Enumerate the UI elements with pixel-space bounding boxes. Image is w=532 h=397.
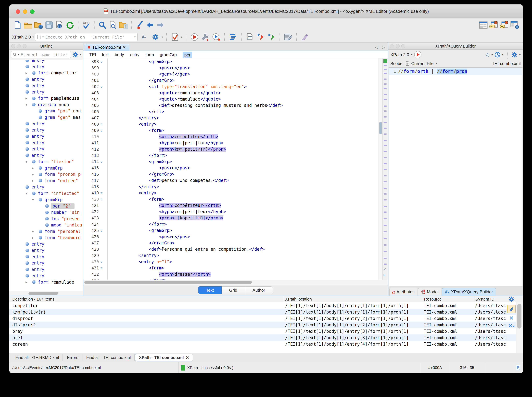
occurrence-marker[interactable] bbox=[384, 244, 387, 246]
tree-expand-arrow-icon[interactable]: ▼ bbox=[25, 103, 32, 106]
outline-item[interactable]: entry bbox=[9, 146, 83, 152]
outline-item[interactable]: ▶form"pronom_p bbox=[9, 171, 83, 178]
breadcrumb-item[interactable]: gramGrp bbox=[160, 52, 177, 57]
outline-item[interactable]: ▶form"entrée" bbox=[9, 178, 83, 184]
tree-expand-arrow-icon[interactable]: ▶ bbox=[25, 97, 32, 100]
outline-item[interactable]: ▶form"personal bbox=[9, 228, 83, 235]
overview-ruler[interactable]: ✕ » bbox=[382, 58, 388, 280]
code-line[interactable]: 416</gramGrp> bbox=[83, 171, 388, 177]
element-filter-input[interactable]: ▾ Element name filter bbox=[11, 51, 71, 58]
results-view-tab[interactable]: Errors bbox=[63, 354, 82, 361]
fold-arrow-icon[interactable]: ▽ bbox=[99, 266, 107, 270]
close-tab-icon[interactable]: ✕ bbox=[123, 45, 126, 50]
scrollbar-thumb[interactable] bbox=[28, 292, 58, 295]
chevron-down-icon[interactable]: ▾ bbox=[80, 53, 81, 56]
tree-expand-arrow-icon[interactable]: ▶ bbox=[32, 173, 39, 176]
view-mode-author[interactable]: Author bbox=[245, 286, 273, 294]
tree-expand-arrow-icon[interactable]: ▶ bbox=[25, 280, 32, 284]
breadcrumb-item[interactable]: form bbox=[145, 52, 154, 57]
chevron-down-icon[interactable]: ▾ bbox=[436, 62, 437, 65]
fold-arrow-icon[interactable]: ▽ bbox=[99, 122, 107, 126]
occurrence-marker[interactable] bbox=[384, 99, 387, 100]
outline-item[interactable]: entry bbox=[9, 247, 83, 254]
code-line[interactable]: 407</entry> bbox=[83, 115, 388, 121]
outline-item[interactable]: entry bbox=[9, 60, 83, 63]
close-window-button[interactable] bbox=[16, 9, 20, 14]
results-column-resource[interactable]: Resource bbox=[423, 296, 474, 302]
occurrence-marker[interactable] bbox=[384, 111, 387, 112]
scrollbar-thumb[interactable] bbox=[517, 304, 521, 329]
occurrence-marker[interactable] bbox=[384, 218, 387, 219]
occurrence-marker[interactable] bbox=[384, 175, 387, 176]
code-line[interactable]: 404<quote>rémoulade</quote> bbox=[83, 96, 388, 102]
builder-panel-header[interactable]: XPath/XQuery Builder bbox=[388, 43, 523, 50]
chevron-down-icon[interactable]: ▾ bbox=[134, 35, 136, 39]
code-line[interactable]: 412<pron>k@m"petit@(r)</pron> bbox=[83, 146, 388, 152]
code-line[interactable]: 401</gramGrp> bbox=[83, 77, 388, 83]
format-indent-button[interactable] bbox=[228, 32, 238, 42]
occurrence-marker[interactable] bbox=[384, 188, 387, 189]
outline-item[interactable]: ▶gramGrp bbox=[9, 165, 83, 171]
scrollbar-thumb[interactable] bbox=[379, 122, 382, 134]
editor-horizontal-scrollbar[interactable] bbox=[83, 280, 388, 285]
code-line[interactable]: 410<orth>competitor</orth> bbox=[83, 133, 388, 140]
occurrence-marker[interactable] bbox=[384, 88, 387, 89]
code-line[interactable]: 414▽<gramGrp> bbox=[83, 159, 388, 165]
outline-item[interactable]: ▼form"flexion" bbox=[9, 159, 83, 165]
code-line[interactable]: 406</cit> bbox=[83, 108, 388, 115]
search-button[interactable] bbox=[98, 20, 107, 30]
results-column-xpath[interactable]: XPath location bbox=[284, 296, 423, 302]
outline-item[interactable]: gram"gen"mas bbox=[9, 114, 83, 121]
minimize-window-button[interactable] bbox=[23, 9, 27, 14]
highlight-results-button[interactable] bbox=[507, 305, 516, 313]
occurrence-marker[interactable] bbox=[384, 105, 387, 107]
remove-all-results-button[interactable]: ✕✕ bbox=[508, 323, 515, 328]
save-button[interactable] bbox=[44, 20, 54, 30]
spell-check-button[interactable]: ABC bbox=[81, 20, 91, 30]
tree-expand-arrow-icon[interactable]: ▼ bbox=[32, 198, 39, 201]
builder-settings-gear-button[interactable] bbox=[511, 51, 518, 58]
zoom-window-button[interactable] bbox=[30, 9, 35, 14]
forward-button[interactable] bbox=[156, 20, 165, 30]
code-editor[interactable]: 398▽<gramGrp>399<pos>n</pos>400<gen>f</g… bbox=[83, 58, 388, 280]
occurrence-marker[interactable] bbox=[384, 79, 387, 80]
occurrence-marker[interactable] bbox=[384, 163, 387, 164]
chevron-down-icon[interactable]: ▾ bbox=[411, 53, 413, 56]
results-view-tab[interactable]: Find all - TEI-combo.xml bbox=[83, 354, 135, 361]
execute-xpath-button[interactable] bbox=[414, 51, 422, 58]
outline-item[interactable]: entry bbox=[9, 120, 83, 127]
code-line[interactable]: 425▽<gramGrp> bbox=[83, 227, 388, 234]
find-in-document-button[interactable] bbox=[108, 20, 118, 30]
find-replace-in-files-button[interactable] bbox=[119, 20, 128, 30]
code-line[interactable]: 419▽<entry> bbox=[83, 190, 388, 196]
fold-arrow-icon[interactable]: ▽ bbox=[99, 260, 107, 264]
xslt-debugger-button[interactable]: XSLT bbox=[489, 20, 499, 30]
occurrence-marker[interactable] bbox=[384, 145, 387, 146]
validate-document-button[interactable] bbox=[170, 32, 180, 42]
outline-item[interactable]: entry bbox=[9, 82, 83, 89]
code-line[interactable]: 411<hyph>com|peti|tor</hyph> bbox=[83, 140, 388, 146]
remove-result-button[interactable]: ✕ bbox=[509, 316, 514, 321]
builder-tab-attributes[interactable]: aAttributes bbox=[389, 288, 417, 296]
occurrence-marker[interactable] bbox=[384, 151, 387, 152]
apply-transformation-button[interactable] bbox=[190, 32, 199, 42]
occurrence-marker[interactable] bbox=[384, 83, 387, 85]
clear-markers-icon[interactable]: ✕ bbox=[384, 267, 386, 271]
occurrence-marker[interactable] bbox=[384, 258, 387, 259]
result-row[interactable]: competitor/TEI[1]/text[1]/body[1]/entry[… bbox=[9, 302, 523, 309]
fold-arrow-icon[interactable]: ▽ bbox=[99, 160, 107, 163]
xquery-debugger-button[interactable]: XQ bbox=[500, 20, 509, 30]
history-clock-icon[interactable] bbox=[495, 52, 500, 58]
outline-item[interactable]: tns"presen bbox=[9, 216, 83, 222]
previous-tab-button[interactable]: ◁ bbox=[375, 45, 378, 49]
code-line[interactable]: 402▽<cit type="translation" xml:lang="en… bbox=[83, 83, 388, 90]
new-document-button[interactable] bbox=[13, 20, 22, 30]
breadcrumb-item[interactable]: text bbox=[102, 52, 109, 57]
outline-item[interactable]: per"2" bbox=[9, 203, 83, 209]
result-row[interactable]: breI/TEI[1]/text[1]/body[1]/entry[3]/for… bbox=[9, 335, 523, 341]
outline-item[interactable]: entry bbox=[9, 152, 83, 159]
xpath-expression-combo[interactable]: ▾ Execute XPath on 'Current File' ▾ bbox=[35, 33, 138, 41]
debug-scenario-button[interactable]: ✱ bbox=[211, 32, 221, 42]
occurrence-marker[interactable] bbox=[384, 133, 387, 135]
open-url-button[interactable] bbox=[34, 20, 43, 30]
